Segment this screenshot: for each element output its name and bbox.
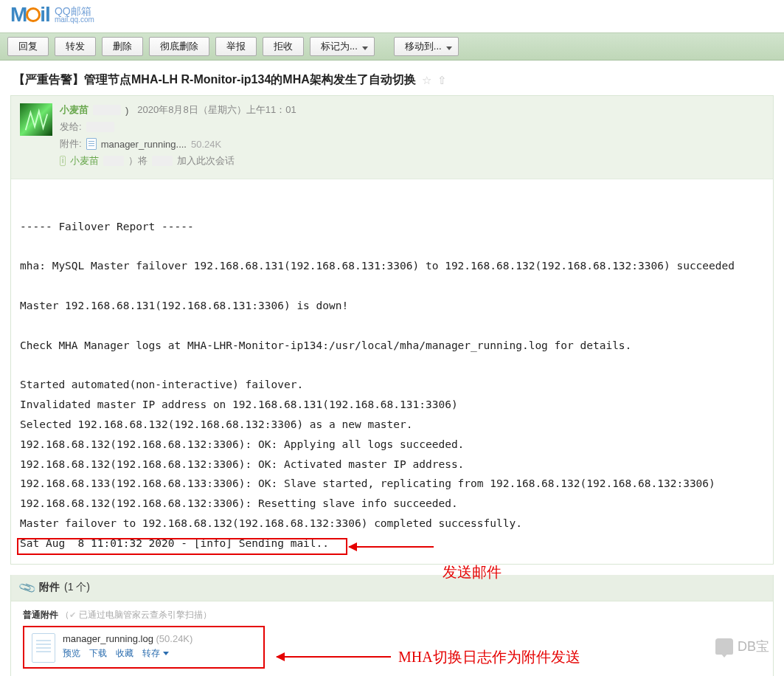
attachment-label: 附件: bbox=[60, 137, 82, 151]
body-line: 192.168.68.133(192.168.68.133:3306): OK:… bbox=[20, 474, 764, 494]
body-line: Invalidated master IP address on 192.168… bbox=[20, 395, 764, 415]
paperclip-icon: 📎 bbox=[18, 578, 38, 597]
mail-body: ----- Failover Report ----- mha: MySQL M… bbox=[11, 179, 773, 564]
attachments-header: 📎 附件(1 个) bbox=[11, 575, 773, 601]
logo-bar: Mil QQ邮箱 mail.qq.com bbox=[0, 0, 784, 32]
reply-button[interactable]: 回复 bbox=[7, 37, 49, 56]
mail-subject: 【严重告警】管理节点MHA-LH R-Monitor-ip134的MHA架构发生… bbox=[13, 72, 416, 88]
info-badge-icon: i bbox=[60, 156, 66, 166]
body-line: Sat Aug 8 11:01:32 2020 - [info] Sending… bbox=[20, 534, 764, 553]
attachment-filesize: (50.24K) bbox=[156, 633, 193, 644]
annotation-arrow-2 bbox=[277, 656, 391, 658]
transfer-dropdown[interactable]: 转存 bbox=[142, 647, 169, 660]
thread-participant[interactable]: 小麦苗 bbox=[70, 154, 99, 168]
recipient-redacted bbox=[86, 122, 114, 132]
mail-header: 小麦苗 ) 2020年8月8日（星期六）上午11：01 发给: 附件: mana… bbox=[11, 96, 773, 179]
attachment-filename: manager_running.log bbox=[63, 633, 153, 644]
logo-icon: Mil bbox=[10, 3, 50, 27]
body-line: ----- Failover Report ----- bbox=[20, 217, 764, 237]
body-line: 192.168.68.132(192.168.68.132:3306): Res… bbox=[20, 494, 764, 514]
delete-button[interactable]: 删除 bbox=[102, 37, 143, 56]
logo-text: QQ邮箱 mail.qq.com bbox=[55, 6, 94, 24]
file-icon bbox=[86, 138, 97, 150]
mail-panel: 小麦苗 ) 2020年8月8日（星期六）上午11：01 发给: 附件: mana… bbox=[10, 95, 774, 565]
mark-as-dropdown[interactable]: 标记为... bbox=[310, 37, 375, 56]
body-line: 192.168.68.132(192.168.68.132:3306): OK:… bbox=[20, 435, 764, 455]
attachments-section: 📎 附件(1 个) 普通附件 （✔ 已通过电脑管家云查杀引擎扫描） manage… bbox=[10, 575, 774, 676]
shield-check-icon: ✔ bbox=[69, 610, 76, 619]
annotation-arrow-1 bbox=[349, 546, 434, 548]
annotation-text-1: 发送邮件 bbox=[443, 559, 502, 586]
body-line: mha: MySQL Master failover 192.168.68.13… bbox=[20, 256, 764, 276]
participant-id-redacted bbox=[103, 156, 124, 166]
attachment-item: manager_running.log (50.24K) 预览 下载 收藏 转存 bbox=[23, 626, 265, 669]
annotation-text-2: MHA切换日志作为附件发送 bbox=[398, 647, 580, 667]
body-line: Started automated(non-interactive) failo… bbox=[20, 375, 764, 395]
body-line: 192.168.68.132(192.168.68.132:3306): OK:… bbox=[20, 455, 764, 475]
move-to-dropdown[interactable]: 移动到... bbox=[394, 37, 459, 56]
body-line bbox=[20, 237, 764, 257]
body-line: Master 192.168.68.131(192.168.68.131:330… bbox=[20, 296, 764, 316]
download-link[interactable]: 下载 bbox=[89, 647, 107, 660]
subject-row: 【严重告警】管理节点MHA-LH R-Monitor-ip134的MHA架构发生… bbox=[0, 61, 784, 95]
added-user-redacted bbox=[152, 156, 173, 166]
star-icon[interactable]: ☆ bbox=[422, 74, 431, 87]
watermark: DB宝 bbox=[715, 638, 769, 655]
attachment-subtitle: 普通附件 （✔ 已通过电脑管家云查杀引擎扫描） bbox=[23, 609, 761, 621]
preview-link[interactable]: 预览 bbox=[63, 647, 80, 660]
wechat-icon bbox=[715, 638, 733, 655]
sender-name[interactable]: 小麦苗 bbox=[60, 103, 89, 117]
forward-button[interactable]: 转发 bbox=[55, 37, 96, 56]
to-label: 发给: bbox=[60, 120, 82, 134]
body-line bbox=[20, 356, 764, 376]
delete-permanent-button[interactable]: 彻底删除 bbox=[149, 37, 209, 56]
avatar[interactable] bbox=[20, 103, 52, 136]
body-line: Check MHA Manager logs at MHA-LHR-Monito… bbox=[20, 336, 764, 356]
reject-button[interactable]: 拒收 bbox=[263, 37, 304, 56]
body-line bbox=[20, 316, 764, 336]
document-icon bbox=[32, 633, 55, 663]
body-line bbox=[20, 197, 764, 217]
toolbar: 回复 转发 删除 彻底删除 举报 拒收 标记为... 移动到... bbox=[0, 32, 784, 61]
sent-date: 2020年8月8日（星期六）上午11：01 bbox=[137, 103, 296, 117]
attachment-size: 50.24K bbox=[191, 139, 221, 150]
report-spam-button[interactable]: 举报 bbox=[215, 37, 257, 56]
collapse-icon[interactable]: ⇧ bbox=[437, 74, 447, 87]
favorite-link[interactable]: 收藏 bbox=[116, 647, 133, 660]
attachment-name[interactable]: manager_running.... bbox=[101, 139, 187, 150]
body-line: Selected 192.168.68.132(192.168.68.132:3… bbox=[20, 415, 764, 435]
body-line bbox=[20, 276, 764, 296]
body-line: Master failover to 192.168.68.132(192.16… bbox=[20, 514, 764, 534]
sender-id-redacted bbox=[93, 105, 121, 115]
